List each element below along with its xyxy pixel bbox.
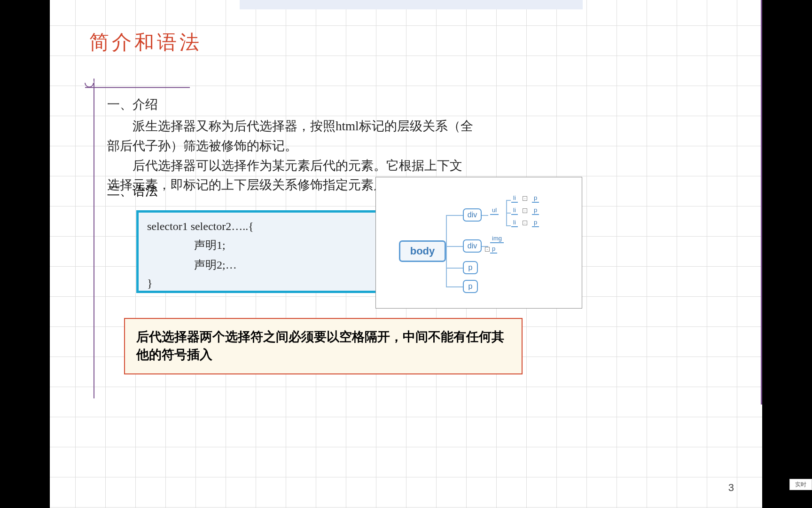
conn [446,215,447,287]
code-line-3: 声明2;… [147,257,372,272]
conn [506,213,511,214]
slide-title: 简介和语法 [89,29,202,56]
label-ul: ul [490,206,499,215]
collapse-icon: - [523,208,527,213]
conn [446,286,463,287]
syntax-code-box: selector1 selector2…..{ 声明1; 声明2;… } [136,210,383,293]
conn [446,215,463,216]
conn [446,268,463,269]
conn [446,246,463,247]
section1-para1: 派生选择器又称为后代选择器，按照html标记的层级关系（全部后代子孙）筛选被修饰… [107,117,474,156]
page-number: 3 [728,482,734,494]
section1-heading: 一、介绍 [107,95,474,115]
callout-note: 后代选择器两个选择符之间必须要以空格隔开，中间不能有任何其他的符号插入 [124,318,523,374]
node-div: div [463,208,482,222]
code-line-1: selector1 selector2…..{ [147,220,372,233]
conn [482,215,488,216]
code-line-2: 声明1; [147,238,372,253]
node-body: body [399,240,446,262]
label-p: p [490,245,497,254]
label-li: li [511,219,518,227]
realtime-button[interactable]: 实时 [789,479,812,490]
section2-heading: 二、语法 [107,183,158,199]
dom-tree-diagram: body div div p p ul li li li p p p img p… [375,177,582,309]
label-p: p [532,206,539,215]
label-li: li [511,194,518,203]
collapse-icon: - [523,196,527,201]
node-div: div [463,239,482,253]
label-p: p [532,194,539,203]
decor-rule-h [85,87,190,88]
label-li: li [511,206,518,215]
conn [506,225,511,226]
collapse-icon: - [523,221,527,225]
right-rule [761,0,762,405]
code-line-4: } [147,277,372,290]
node-p: p [463,280,478,293]
decor-rule-v [94,79,94,398]
label-p: p [532,219,539,227]
header-band [240,0,583,9]
slide: 简介和语法 一、介绍 派生选择器又称为后代选择器，按照html标记的层级关系（全… [50,0,762,508]
conn [506,200,511,201]
label-img: img [490,235,504,243]
collapse-icon: - [485,247,490,252]
node-p: p [463,261,478,274]
